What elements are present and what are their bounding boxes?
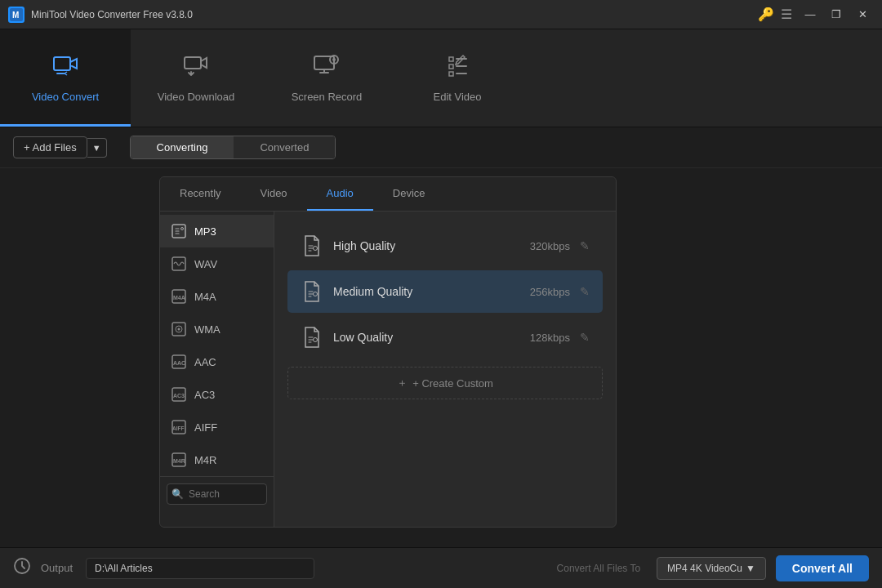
svg-text:AIFF: AIFF bbox=[172, 425, 184, 431]
nav-item-edit-video[interactable]: Edit Video bbox=[392, 29, 523, 127]
output-path-input[interactable] bbox=[86, 558, 314, 579]
audio-file-icon-medium bbox=[301, 280, 323, 303]
format-tabs: Recently Video Audio Device bbox=[160, 177, 616, 212]
converting-tab-group: Converting Converted bbox=[130, 136, 336, 159]
format-quality-panel: High Quality 320kbps ✎ Medium Qual bbox=[274, 212, 616, 527]
svg-text:M4R: M4R bbox=[173, 458, 185, 464]
sidebar-item-wav[interactable]: WAV bbox=[160, 247, 274, 280]
add-files-label: + Add Files bbox=[24, 141, 77, 154]
quality-item-medium[interactable]: Medium Quality 256kbps ✎ bbox=[287, 270, 603, 313]
format-preset-dropdown-icon: ▼ bbox=[746, 563, 755, 574]
sidebar-item-aac[interactable]: AAC AAC bbox=[160, 345, 274, 378]
create-custom-button[interactable]: ＋ + Create Custom bbox=[287, 367, 603, 399]
format-preset-label: MP4 4K VideoCu bbox=[667, 563, 742, 574]
quality-item-low[interactable]: Low Quality 128kbps ✎ bbox=[287, 316, 603, 359]
svg-point-23 bbox=[314, 247, 318, 251]
create-custom-plus-icon: ＋ bbox=[397, 376, 408, 390]
search-input[interactable] bbox=[167, 483, 267, 505]
close-button[interactable]: ✕ bbox=[851, 6, 874, 24]
mp3-icon bbox=[170, 222, 188, 240]
format-tab-audio[interactable]: Audio bbox=[307, 177, 373, 211]
svg-rect-3 bbox=[185, 57, 201, 69]
convert-all-button[interactable]: Convert All bbox=[776, 555, 869, 581]
quality-bitrate-high: 320kbps bbox=[530, 240, 570, 252]
converting-tab[interactable]: Converting bbox=[131, 136, 234, 158]
title-icon-group: 🔑 ☰ bbox=[758, 7, 792, 22]
edit-icon-medium[interactable]: ✎ bbox=[580, 285, 590, 298]
format-body: MP3 WAV bbox=[160, 212, 616, 527]
format-tab-video[interactable]: Video bbox=[241, 177, 307, 211]
aac-icon: AAC bbox=[170, 353, 188, 371]
sidebar-label-ac3: AC3 bbox=[194, 389, 215, 401]
nav-item-video-download[interactable]: Video Download bbox=[131, 29, 261, 127]
m4r-icon: M4R bbox=[170, 451, 188, 469]
format-sidebar: MP3 WAV bbox=[160, 212, 274, 527]
svg-point-25 bbox=[314, 338, 318, 342]
nav-item-video-convert[interactable]: Video Convert bbox=[0, 29, 131, 127]
format-preset-button[interactable]: MP4 4K VideoCu ▼ bbox=[657, 557, 766, 580]
sidebar-item-ac3[interactable]: AC3 AC3 bbox=[160, 378, 274, 411]
svg-text:M: M bbox=[12, 11, 19, 20]
svg-rect-2 bbox=[54, 57, 70, 70]
output-clock-icon bbox=[13, 557, 31, 579]
svg-point-8 bbox=[181, 228, 184, 230]
add-files-dropdown-button[interactable]: ▼ bbox=[87, 138, 107, 158]
sidebar-label-m4a: M4A bbox=[194, 291, 216, 303]
svg-point-6 bbox=[332, 58, 336, 61]
sidebar-label-mp3: MP3 bbox=[194, 225, 216, 238]
svg-point-24 bbox=[314, 292, 318, 296]
wav-icon bbox=[170, 255, 188, 273]
output-label: Output bbox=[41, 562, 73, 574]
convert-all-files-label: Convert All Files To bbox=[324, 563, 640, 574]
nav-item-screen-record[interactable]: Screen Record bbox=[261, 29, 392, 127]
nav-label-video-convert: Video Convert bbox=[32, 91, 99, 103]
sidebar-label-aiff: AIFF bbox=[194, 421, 217, 434]
sidebar-item-aiff[interactable]: AIFF AIFF bbox=[160, 411, 274, 443]
screen-record-icon bbox=[312, 51, 341, 84]
nav-label-video-download: Video Download bbox=[158, 91, 234, 103]
key-icon[interactable]: 🔑 bbox=[758, 7, 774, 22]
quality-bitrate-medium: 256kbps bbox=[530, 286, 570, 298]
sidebar-item-m4r[interactable]: M4R M4R bbox=[160, 443, 274, 476]
svg-text:AAC: AAC bbox=[173, 360, 185, 366]
edit-icon-high[interactable]: ✎ bbox=[580, 239, 590, 252]
sidebar-item-wma[interactable]: WMA bbox=[160, 313, 274, 345]
m4a-icon: M4A bbox=[170, 287, 188, 305]
quality-bitrate-low: 128kbps bbox=[530, 332, 570, 344]
quality-item-high[interactable]: High Quality 320kbps ✎ bbox=[287, 225, 603, 267]
hamburger-icon[interactable]: ☰ bbox=[781, 7, 792, 22]
sidebar-item-m4a[interactable]: M4A M4A bbox=[160, 280, 274, 313]
nav-label-edit-video: Edit Video bbox=[433, 91, 481, 103]
edit-icon-low[interactable]: ✎ bbox=[580, 331, 590, 344]
create-custom-label: + Create Custom bbox=[412, 377, 493, 390]
format-tab-recently[interactable]: Recently bbox=[160, 177, 241, 211]
sidebar-item-mp3[interactable]: MP3 bbox=[160, 215, 274, 247]
audio-file-icon-high bbox=[301, 234, 323, 257]
main-content: Recently Video Audio Device MP3 bbox=[0, 168, 882, 547]
restore-button[interactable]: ❐ bbox=[825, 6, 848, 24]
ac3-icon: AC3 bbox=[170, 385, 188, 403]
sidebar-label-m4r: M4R bbox=[194, 454, 216, 466]
sidebar-label-wma: WMA bbox=[194, 323, 220, 336]
app-logo: M bbox=[8, 7, 24, 23]
title-bar: M MiniTool Video Converter Free v3.8.0 🔑… bbox=[0, 0, 882, 29]
sidebar-label-aac: AAC bbox=[194, 356, 216, 368]
edit-video-icon bbox=[443, 51, 472, 84]
svg-point-14 bbox=[178, 328, 180, 331]
add-files-button[interactable]: + Add Files bbox=[13, 136, 87, 158]
format-picker: Recently Video Audio Device MP3 bbox=[159, 176, 617, 528]
quality-name-low: Low Quality bbox=[333, 331, 530, 344]
nav-label-screen-record: Screen Record bbox=[292, 91, 363, 103]
quality-name-medium: Medium Quality bbox=[333, 285, 530, 298]
minimize-button[interactable]: — bbox=[799, 6, 822, 24]
format-tab-device[interactable]: Device bbox=[373, 177, 445, 211]
nav-bar: Video Convert Video Download Screen Reco… bbox=[0, 29, 882, 127]
window-controls: — ❐ ✕ bbox=[799, 6, 874, 24]
video-download-icon bbox=[181, 51, 211, 84]
toolbar: + Add Files ▼ Converting Converted bbox=[0, 127, 882, 168]
bottom-bar: Output Convert All Files To MP4 4K Video… bbox=[0, 547, 882, 588]
app-title: MiniTool Video Converter Free v3.8.0 bbox=[31, 9, 758, 20]
sidebar-label-wav: WAV bbox=[194, 258, 217, 270]
format-search-wrap: 🔍 bbox=[160, 476, 274, 511]
converted-tab[interactable]: Converted bbox=[234, 136, 335, 158]
